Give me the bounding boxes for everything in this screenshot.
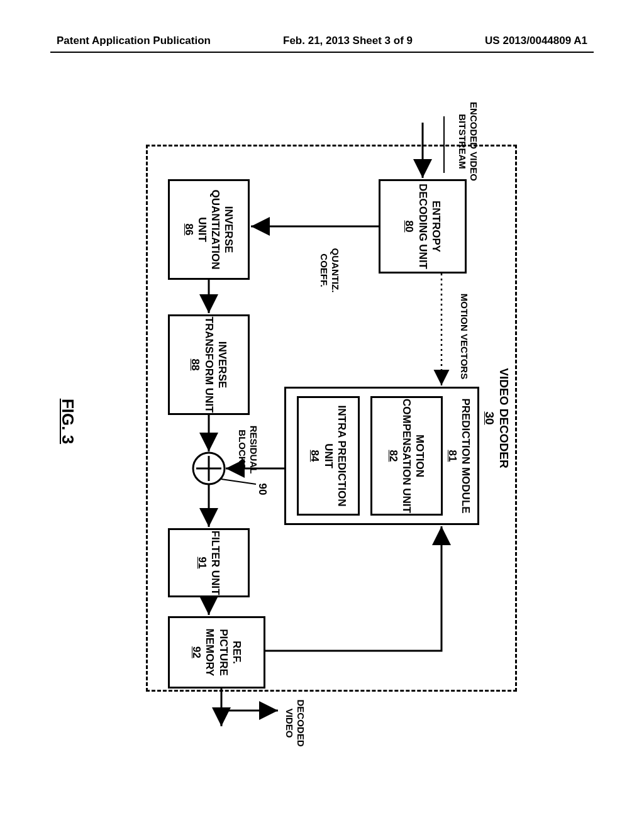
diagram-rotated-wrap: VIDEO DECODER 30 ENCODED VIDEO BITSTREAM… [8,99,636,743]
ref-picture-memory: REF. PICTURE MEMORY 92 [168,616,265,689]
motion-compensation-unit: MOTION COMPENSATION UNIT 82 [370,396,443,516]
figure-caption: FIG. 3 [58,107,77,736]
inverse-quantization-unit: INVERSE QUANTIZATION UNIT 86 [168,179,250,280]
header-center: Feb. 21, 2013 Sheet 3 of 9 [283,35,413,47]
summer-ref: 90 [256,477,269,502]
output-label: DECODED VIDEO [284,695,306,751]
motion-vectors-label: MOTION VECTORS [458,283,470,390]
video-decoder-title: VIDEO DECODER 30 [482,145,511,692]
input-label: ENCODED VIDEO BITSTREAM [457,101,479,182]
quantiz-coeff-label: QUANTIZ. COEFF. [318,233,341,308]
header-right: US 2013/0044809 A1 [485,35,587,47]
intra-prediction-unit: INTRA PREDICTION UNIT 84 [297,396,360,516]
diagram-canvas: VIDEO DECODER 30 ENCODED VIDEO BITSTREAM… [102,107,542,736]
page-header: Patent Application Publication Feb. 21, … [0,35,644,47]
filter-unit: FILTER UNIT 91 [168,528,250,597]
inverse-transform-unit: INVERSE TRANSFORM UNIT 88 [168,314,250,415]
input-underline [443,116,445,173]
header-rule [50,52,594,53]
header-left: Patent Application Publication [57,35,211,47]
residual-blocks-label: RESIDUAL BLOCKS [236,418,259,481]
entropy-decoding-unit: ENTROPY DECODING UNIT 80 [379,179,467,274]
